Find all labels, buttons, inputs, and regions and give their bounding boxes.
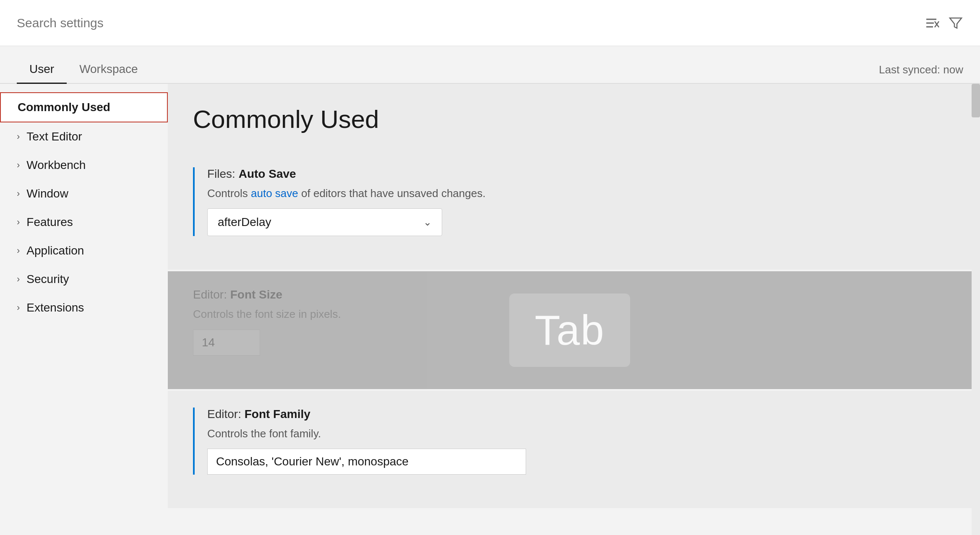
sidebar-item-label: Extensions <box>26 301 84 314</box>
font-size-label: Editor: Font Size <box>193 288 946 301</box>
sidebar-item-text-editor[interactable]: › Text Editor <box>0 122 168 151</box>
auto-save-label: Files: Auto Save <box>207 167 946 181</box>
main-content: Commonly Used › Text Editor › Workbench … <box>0 84 980 535</box>
font-family-label-prefix: Editor: <box>207 408 245 421</box>
search-bar <box>0 0 980 46</box>
chevron-right-icon: › <box>17 131 20 142</box>
page-title: Commonly Used <box>193 105 946 134</box>
font-size-input[interactable] <box>193 330 260 356</box>
chevron-right-icon: › <box>17 245 20 256</box>
font-family-section: Editor: Font Family Controls the font fa… <box>168 391 972 508</box>
chevron-down-icon: ⌄ <box>423 216 432 228</box>
tab-user[interactable]: User <box>17 56 67 84</box>
sidebar-item-label: Security <box>26 273 69 286</box>
tabs-left: User Workspace <box>17 46 151 83</box>
auto-save-section: Files: Auto Save Controls auto save of e… <box>168 151 972 270</box>
sidebar-item-label: Commonly Used <box>18 101 110 114</box>
auto-save-desc-prefix: Controls <box>207 187 251 200</box>
search-actions <box>925 16 963 31</box>
auto-save-label-prefix: Files: <box>207 167 239 180</box>
font-size-label-bold: Font Size <box>230 288 282 301</box>
sidebar-item-features[interactable]: › Features <box>0 208 168 236</box>
sidebar-item-window[interactable]: › Window <box>0 179 168 208</box>
sidebar-item-application[interactable]: › Application <box>0 236 168 265</box>
tab-workspace[interactable]: Workspace <box>67 56 151 84</box>
sidebar-item-label: Text Editor <box>26 130 82 143</box>
content-area: Commonly Used Files: Auto Save Controls … <box>168 84 972 535</box>
font-size-description: Controls the font size in pixels. <box>193 306 946 322</box>
sidebar-item-label: Window <box>26 187 68 200</box>
last-synced-label: Last synced: now <box>879 63 963 83</box>
sidebar-item-label: Features <box>26 216 73 229</box>
chevron-right-icon: › <box>17 274 20 285</box>
clear-filter-icon[interactable] <box>925 16 940 31</box>
font-family-label: Editor: Font Family <box>207 408 946 421</box>
content-header: Commonly Used <box>168 84 972 151</box>
font-size-section: Editor: Font Size Controls the font size… <box>168 271 972 389</box>
scrollbar[interactable] <box>972 84 980 535</box>
sidebar-item-workbench[interactable]: › Workbench <box>0 151 168 179</box>
overlay-section: Editor: Font Size Controls the font size… <box>168 271 972 389</box>
chevron-right-icon: › <box>17 302 20 313</box>
auto-save-label-bold: Auto Save <box>239 167 296 180</box>
sidebar: Commonly Used › Text Editor › Workbench … <box>0 84 168 535</box>
auto-save-description: Controls auto save of editors that have … <box>207 186 946 201</box>
sidebar-item-security[interactable]: › Security <box>0 265 168 293</box>
chevron-right-icon: › <box>17 160 20 171</box>
auto-save-desc-suffix: of editors that have unsaved changes. <box>298 187 486 200</box>
sidebar-item-commonly-used[interactable]: Commonly Used <box>0 92 168 122</box>
sidebar-item-label: Workbench <box>26 158 86 172</box>
font-family-setting: Editor: Font Family Controls the font fa… <box>193 408 946 475</box>
settings-page: User Workspace Last synced: now Commonly… <box>0 0 980 535</box>
font-family-input[interactable] <box>207 449 526 475</box>
font-size-setting: Editor: Font Size Controls the font size… <box>193 288 946 355</box>
tabs-bar: User Workspace Last synced: now <box>0 46 980 84</box>
filter-icon[interactable] <box>948 16 963 31</box>
font-size-label-prefix: Editor: <box>193 288 230 301</box>
chevron-right-icon: › <box>17 188 20 199</box>
auto-save-select-value: afterDelay <box>218 216 271 229</box>
search-input[interactable] <box>17 16 925 30</box>
auto-save-link[interactable]: auto save <box>251 187 298 200</box>
font-family-label-bold: Font Family <box>245 408 310 421</box>
auto-save-setting: Files: Auto Save Controls auto save of e… <box>193 167 946 236</box>
sidebar-item-label: Application <box>26 244 84 257</box>
auto-save-select[interactable]: afterDelay ⌄ <box>207 208 442 236</box>
chevron-right-icon: › <box>17 217 20 228</box>
font-family-description: Controls the font family. <box>207 426 946 441</box>
sidebar-item-extensions[interactable]: › Extensions <box>0 293 168 322</box>
